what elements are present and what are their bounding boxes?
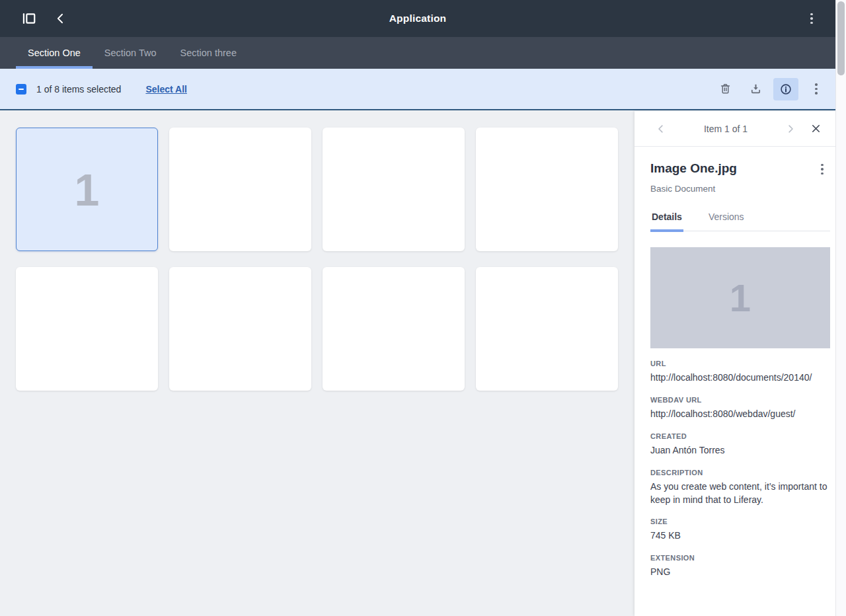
tab-section-one[interactable]: Section One (16, 37, 93, 69)
field-label: WEBDAV URL (650, 396, 830, 404)
field-label: EXTENSION (650, 554, 830, 562)
info-button[interactable] (773, 78, 798, 100)
content-area: 1 (0, 110, 634, 616)
info-panel: Item 1 of 1 Image One.jpg Basic Document (634, 111, 835, 616)
tab-versions[interactable]: Versions (707, 212, 746, 231)
field-created: CREATED Juan Antón Torres (650, 432, 830, 457)
panel-close-button[interactable] (808, 121, 824, 137)
field-value: PNG (650, 566, 830, 579)
panel-body: Image One.jpg Basic Document Details Ver… (634, 147, 835, 579)
pager-prev-button[interactable] (653, 121, 669, 137)
document-card[interactable] (476, 128, 618, 251)
card-grid: 1 (0, 110, 634, 391)
card-number: 1 (75, 164, 100, 215)
document-card[interactable] (169, 267, 311, 391)
download-button[interactable] (743, 78, 768, 100)
info-circle-icon (779, 83, 792, 96)
panel-tabs: Details Versions (650, 212, 830, 231)
field-size: SIZE 745 KB (650, 518, 830, 543)
document-card[interactable] (476, 267, 618, 391)
field-url: URL http://localhost:8080/documents/2014… (650, 360, 830, 385)
close-icon (810, 122, 822, 135)
trash-icon (719, 83, 732, 95)
page-scrollbar[interactable] (835, 0, 846, 616)
kebab-menu-icon (821, 164, 824, 175)
document-card-selected[interactable]: 1 (16, 128, 158, 251)
field-label: SIZE (650, 518, 830, 525)
selection-count-text: 1 of 8 items selected (36, 84, 121, 95)
tab-details[interactable]: Details (650, 212, 683, 231)
product-menu-icon (22, 11, 36, 26)
field-extension: EXTENSION PNG (650, 554, 830, 579)
document-preview: 1 (650, 247, 830, 348)
field-value: http://localhost:8080/webdav/guest/ (650, 408, 830, 421)
document-title: Image One.jpg (650, 161, 814, 176)
document-card[interactable] (323, 128, 465, 251)
field-label: DESCRIPTION (650, 469, 830, 477)
download-icon (750, 83, 762, 95)
kebab-menu-icon (810, 13, 813, 24)
indeterminate-icon (19, 89, 24, 90)
document-type: Basic Document (650, 184, 830, 194)
field-value: As you create web content, it’s importan… (650, 481, 830, 507)
document-card[interactable] (323, 267, 465, 391)
select-all-checkbox[interactable] (16, 84, 26, 95)
sidebar-toggle-button[interactable] (19, 8, 40, 29)
field-value: 745 KB (650, 529, 830, 543)
select-all-link[interactable]: Select All (145, 84, 187, 95)
field-label: URL (650, 360, 830, 367)
field-description: DESCRIPTION As you create web content, i… (650, 469, 830, 507)
chevron-left-icon (54, 12, 67, 25)
field-webdav-url: WEBDAV URL http://localhost:8080/webdav/… (650, 396, 830, 421)
app-navbar: Application (0, 0, 835, 37)
management-toolbar: 1 of 8 items selected Select All (0, 69, 835, 110)
toolbar-kebab-button[interactable] (804, 78, 829, 100)
scrollbar-thumb[interactable] (837, 1, 845, 75)
document-card[interactable] (16, 267, 158, 391)
field-value: http://localhost:8080/documents/20140/ (650, 371, 830, 385)
kebab-menu-icon (815, 83, 818, 95)
navbar-kebab-button[interactable] (801, 8, 822, 29)
back-button[interactable] (50, 8, 71, 29)
chevron-left-icon (655, 123, 667, 135)
chevron-right-icon (785, 123, 796, 135)
section-tabs: Section One Section Two Section three (0, 37, 835, 69)
tab-section-three[interactable]: Section three (169, 37, 249, 69)
pager-next-button[interactable] (783, 121, 798, 137)
tab-section-two[interactable]: Section Two (93, 37, 169, 69)
delete-button[interactable] (712, 78, 738, 100)
document-kebab-button[interactable] (814, 161, 830, 177)
document-card[interactable] (169, 128, 311, 251)
page-title: Application (389, 13, 447, 24)
panel-pager: Item 1 of 1 (634, 111, 835, 147)
pager-label: Item 1 of 1 (669, 124, 783, 134)
document-fields: URL http://localhost:8080/documents/2014… (650, 360, 830, 579)
preview-number: 1 (730, 276, 751, 320)
field-value: Juan Antón Torres (650, 444, 830, 457)
field-label: CREATED (650, 432, 830, 440)
